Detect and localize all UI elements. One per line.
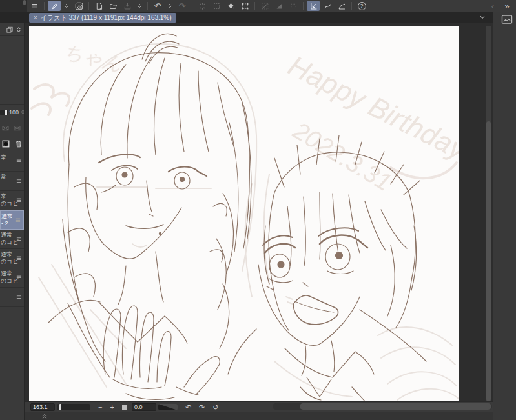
object-tool-button[interactable] [48, 1, 61, 11]
layer-menu-icon[interactable] [15, 235, 22, 244]
zoom-value-box[interactable]: 163.1 [30, 403, 55, 411]
layer-row[interactable]: 常 のコピ [0, 191, 24, 210]
chevron-updown-icon [136, 3, 143, 9]
curve-tool-button[interactable] [321, 1, 334, 11]
layer-blend-mode: 通常 [1, 251, 12, 257]
redo-icon: ↷ [179, 2, 186, 10]
zoom-slider-handle[interactable] [59, 404, 61, 410]
tool-switcher-button[interactable] [62, 1, 71, 11]
dotted-square-icon [289, 2, 298, 10]
layer-row[interactable]: 通常 のコピ [0, 268, 24, 288]
layer-menu-icon[interactable] [15, 217, 21, 225]
bottom-strip [25, 412, 493, 420]
canvas-tab[interactable]: × イラスト 337 (1119 x 1191px 144dpi 163.1%) [29, 13, 176, 23]
rotate-cw-button[interactable]: ↷ [199, 404, 205, 411]
toolbar-overflow-left[interactable]: ‹ [486, 1, 499, 11]
chevron-updown-icon[interactable] [15, 26, 23, 34]
layer-blend-mode: 常 [1, 193, 6, 199]
layers-icon[interactable] [6, 26, 14, 34]
handwriting-name-suffix: ちゃん [62, 40, 125, 75]
toolbar-divider [147, 2, 148, 10]
layer-row[interactable]: 通常 のコピ [0, 230, 24, 249]
fit-to-screen-icon[interactable] [122, 405, 127, 410]
canvas-area: ちゃん Happy Birthday 2022.3.31 [25, 23, 493, 412]
rotation-value-box[interactable]: 0.0 [132, 403, 156, 411]
lock-alpha-icon[interactable] [1, 124, 10, 132]
undo-button[interactable]: ↶ [151, 1, 164, 11]
zoom-slider[interactable] [57, 404, 90, 410]
swirl-tool-button[interactable] [72, 1, 85, 11]
snap-arrow-icon [309, 2, 318, 10]
save-switcher-button[interactable] [135, 1, 144, 11]
layer-menu-icon[interactable] [15, 177, 22, 186]
selection-triangle-button[interactable] [273, 1, 285, 11]
layer-actions-row [0, 135, 24, 152]
layer-row[interactable]: 常 [0, 152, 24, 172]
rotation-slider[interactable] [158, 404, 178, 410]
drawing-canvas[interactable]: ちゃん Happy Birthday 2022.3.31 [29, 26, 459, 401]
save-file-button[interactable] [121, 1, 134, 11]
layer-menu-icon[interactable] [15, 294, 22, 302]
opacity-slider[interactable] [0, 110, 8, 115]
undo-icon: ↶ [154, 2, 161, 10]
new-file-button[interactable] [92, 1, 105, 11]
sketch-artwork: ちゃん Happy Birthday 2022.3.31 [29, 26, 459, 401]
layer-lock-row [0, 120, 24, 135]
main-menu-button[interactable] [28, 1, 41, 11]
vertical-scrollbar-thumb[interactable] [486, 121, 491, 401]
double-chevron-up-icon [41, 412, 48, 420]
sketch-construction-lines [39, 44, 459, 400]
zoom-out-button[interactable]: − [98, 404, 102, 411]
layers-panel: 100 常 常 常 のコピ 通常 - 2 通常 [0, 23, 25, 420]
help-button[interactable]: ? [355, 1, 368, 11]
layer-blend-mode: 常 [1, 154, 6, 161]
canvas-vertical-scrollbar[interactable] [486, 26, 491, 401]
selection-line-button[interactable] [258, 1, 271, 11]
refresh-spinner-button[interactable] [196, 1, 209, 11]
zoom-in-button[interactable]: + [110, 404, 114, 411]
toolbar-overflow-right[interactable]: » [501, 1, 513, 11]
layer-menu-icon[interactable] [15, 274, 22, 283]
canvas-horizontal-scrollbar[interactable] [273, 403, 492, 410]
trash-icon[interactable] [14, 139, 23, 148]
opacity-stepper[interactable] [20, 108, 25, 117]
navigator-button[interactable] [501, 14, 513, 27]
transform-tool-button[interactable] [238, 1, 251, 11]
chevron-left-icon: ‹ [491, 2, 494, 10]
layer-blend-mode: 通常 [1, 213, 13, 219]
canvas-tab-bar: × イラスト 337 (1119 x 1191px 144dpi 163.1%) [0, 12, 516, 23]
opacity-slider-handle[interactable] [5, 110, 7, 115]
layer-row[interactable] [0, 288, 24, 307]
select-area-button[interactable] [210, 1, 223, 11]
tab-close-icon[interactable]: × [34, 14, 37, 21]
layer-blend-mode: 常 [1, 174, 6, 180]
triangle-icon [275, 2, 284, 10]
layer-blend-mode: 通常 [1, 270, 12, 277]
open-file-button[interactable] [107, 1, 119, 11]
reset-rotation-button[interactable]: ↺ [212, 404, 218, 411]
layer-menu-icon[interactable] [15, 197, 22, 205]
redo-button[interactable]: ↷ [176, 1, 189, 11]
chevron-down-icon [479, 14, 486, 21]
stroke-tool-button[interactable] [335, 1, 348, 11]
layer-row[interactable]: 常 [0, 172, 24, 191]
right-panel-strip [493, 12, 516, 420]
lock-layer-icon[interactable] [13, 124, 21, 132]
rotate-ccw-button[interactable]: ↶ [185, 404, 191, 411]
layers-panel-header [0, 23, 24, 36]
toolbar-divider [88, 2, 89, 10]
layer-row-selected[interactable]: 通常 - 2 [0, 210, 24, 230]
selection-dot-button[interactable] [287, 1, 300, 11]
layer-row[interactable]: 通常 のコピ [0, 249, 24, 268]
undo-switcher-button[interactable] [165, 1, 174, 11]
layer-menu-icon[interactable] [15, 158, 22, 166]
panel-scroll-nub [23, 0, 26, 5]
navigator-image-icon [501, 14, 513, 25]
expand-panel-button[interactable] [41, 412, 48, 420]
tab-list-button[interactable] [479, 14, 486, 21]
horizontal-scrollbar-thumb[interactable] [300, 403, 491, 410]
fill-tool-button[interactable] [224, 1, 237, 11]
layer-menu-icon[interactable] [15, 255, 22, 263]
layer-mask-icon[interactable] [1, 139, 10, 148]
snap-ruler-button[interactable] [307, 1, 320, 11]
